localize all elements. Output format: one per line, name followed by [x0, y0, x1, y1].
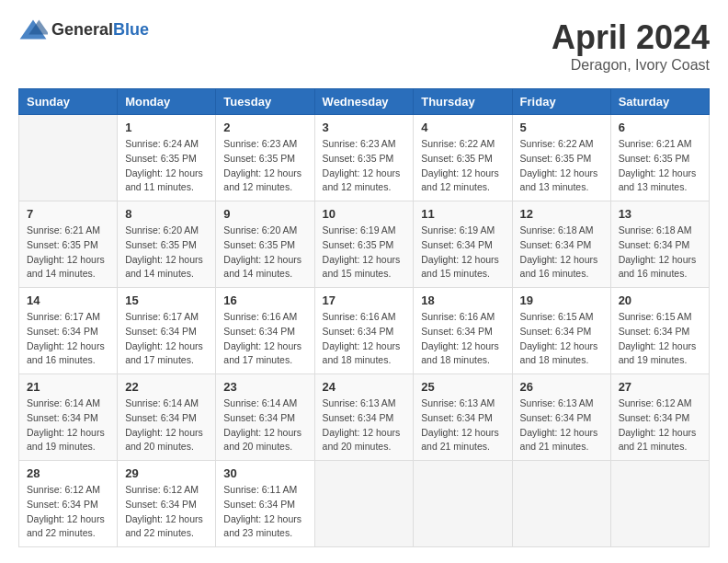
calendar-cell [314, 461, 414, 547]
day-number: 10 [323, 207, 406, 221]
daylight-info-1: Daylight: 12 hours [125, 512, 208, 527]
calendar-cell: 8Sunrise: 6:20 AMSunset: 6:35 PMDaylight… [118, 201, 216, 288]
day-info: Sunrise: 6:24 AMSunset: 6:35 PMDaylight:… [125, 137, 208, 195]
calendar-cell: 14Sunrise: 6:17 AMSunset: 6:34 PMDayligh… [19, 288, 118, 374]
sunrise-info: Sunrise: 6:17 AM [125, 310, 208, 325]
sunset-info: Sunset: 6:35 PM [421, 152, 504, 167]
daylight-info-1: Daylight: 12 hours [27, 339, 109, 354]
daylight-info-1: Daylight: 12 hours [223, 512, 306, 527]
sunrise-info: Sunrise: 6:23 AM [323, 137, 406, 152]
sunset-info: Sunset: 6:34 PM [125, 411, 208, 426]
calendar-cell: 11Sunrise: 6:19 AMSunset: 6:34 PMDayligh… [414, 201, 512, 288]
logo-blue-text: Blue [113, 20, 149, 39]
sunset-info: Sunset: 6:34 PM [27, 498, 109, 512]
day-info: Sunrise: 6:17 AMSunset: 6:34 PMDaylight:… [27, 310, 109, 368]
day-number: 11 [421, 207, 504, 221]
daylight-info-2: and 20 minutes. [323, 440, 406, 454]
sunrise-info: Sunrise: 6:14 AM [27, 396, 109, 411]
daylight-info-1: Daylight: 12 hours [223, 167, 306, 181]
day-number: 19 [520, 293, 603, 307]
day-info: Sunrise: 6:22 AMSunset: 6:35 PMDaylight:… [520, 137, 603, 195]
calendar-cell: 17Sunrise: 6:16 AMSunset: 6:34 PMDayligh… [314, 288, 414, 374]
day-number: 12 [520, 207, 603, 221]
calendar-cell: 28Sunrise: 6:12 AMSunset: 6:34 PMDayligh… [19, 461, 118, 547]
header-sunday: Sunday [19, 89, 118, 115]
calendar-cell [512, 461, 610, 547]
sunset-info: Sunset: 6:34 PM [27, 325, 109, 339]
sunrise-info: Sunrise: 6:12 AM [619, 396, 701, 411]
calendar-cell: 19Sunrise: 6:15 AMSunset: 6:34 PMDayligh… [512, 288, 610, 374]
daylight-info-2: and 20 minutes. [223, 440, 306, 454]
daylight-info-1: Daylight: 12 hours [223, 339, 306, 354]
daylight-info-2: and 16 minutes. [619, 267, 701, 282]
daylight-info-1: Daylight: 12 hours [223, 253, 306, 268]
daylight-info-1: Daylight: 12 hours [125, 339, 208, 354]
sunset-info: Sunset: 6:35 PM [125, 238, 208, 253]
daylight-info-1: Daylight: 12 hours [619, 339, 701, 354]
calendar-cell: 9Sunrise: 6:20 AMSunset: 6:35 PMDaylight… [216, 201, 314, 288]
sunset-info: Sunset: 6:34 PM [125, 325, 208, 339]
day-number: 6 [619, 121, 701, 134]
day-info: Sunrise: 6:16 AMSunset: 6:34 PMDaylight:… [323, 310, 406, 368]
title-block: April 2024 Deragon, Ivory Coast [552, 18, 710, 74]
daylight-info-1: Daylight: 12 hours [27, 512, 109, 527]
header-thursday: Thursday [414, 89, 512, 115]
daylight-info-2: and 18 minutes. [421, 353, 504, 368]
sunset-info: Sunset: 6:35 PM [619, 152, 701, 167]
day-number: 17 [323, 293, 406, 307]
header-saturday: Saturday [610, 89, 709, 115]
daylight-info-1: Daylight: 12 hours [520, 339, 603, 354]
daylight-info-2: and 20 minutes. [125, 440, 208, 454]
day-info: Sunrise: 6:23 AMSunset: 6:35 PMDaylight:… [223, 137, 306, 195]
daylight-info-2: and 15 minutes. [421, 267, 504, 282]
sunset-info: Sunset: 6:34 PM [323, 325, 406, 339]
sunset-info: Sunset: 6:34 PM [27, 411, 109, 426]
daylight-info-2: and 13 minutes. [520, 180, 603, 195]
calendar-cell: 12Sunrise: 6:18 AMSunset: 6:34 PMDayligh… [512, 201, 610, 288]
daylight-info-1: Daylight: 12 hours [125, 167, 208, 181]
daylight-info-1: Daylight: 12 hours [323, 253, 406, 268]
day-info: Sunrise: 6:13 AMSunset: 6:34 PMDaylight:… [323, 396, 406, 454]
day-info: Sunrise: 6:21 AMSunset: 6:35 PMDaylight:… [619, 137, 701, 195]
sunrise-info: Sunrise: 6:21 AM [619, 137, 701, 152]
daylight-info-2: and 12 minutes. [223, 180, 306, 195]
calendar-week-row: 21Sunrise: 6:14 AMSunset: 6:34 PMDayligh… [19, 374, 710, 461]
daylight-info-2: and 22 minutes. [27, 526, 109, 541]
day-number: 29 [125, 466, 208, 480]
daylight-info-2: and 17 minutes. [125, 353, 208, 368]
daylight-info-1: Daylight: 12 hours [125, 426, 208, 441]
calendar-cell: 24Sunrise: 6:13 AMSunset: 6:34 PMDayligh… [314, 374, 414, 461]
page-header: GeneralBlue April 2024 Deragon, Ivory Co… [18, 18, 710, 74]
sunset-info: Sunset: 6:34 PM [619, 411, 701, 426]
sunrise-info: Sunrise: 6:16 AM [223, 310, 306, 325]
sunrise-info: Sunrise: 6:13 AM [421, 396, 504, 411]
sunrise-info: Sunrise: 6:14 AM [125, 396, 208, 411]
day-number: 15 [125, 293, 208, 307]
sunrise-info: Sunrise: 6:15 AM [619, 310, 701, 325]
header-friday: Friday [512, 89, 610, 115]
sunrise-info: Sunrise: 6:23 AM [223, 137, 306, 152]
daylight-info-1: Daylight: 12 hours [619, 167, 701, 181]
daylight-info-1: Daylight: 12 hours [421, 167, 504, 181]
day-number: 16 [223, 293, 306, 307]
logo-icon [18, 18, 48, 40]
daylight-info-2: and 22 minutes. [125, 526, 208, 541]
header-wednesday: Wednesday [314, 89, 414, 115]
sunrise-info: Sunrise: 6:13 AM [520, 396, 603, 411]
daylight-info-2: and 13 minutes. [619, 180, 701, 195]
sunrise-info: Sunrise: 6:19 AM [421, 224, 504, 238]
calendar-cell: 27Sunrise: 6:12 AMSunset: 6:34 PMDayligh… [610, 374, 709, 461]
daylight-info-1: Daylight: 12 hours [619, 426, 701, 441]
sunrise-info: Sunrise: 6:19 AM [323, 224, 406, 238]
sunrise-info: Sunrise: 6:14 AM [223, 396, 306, 411]
daylight-info-1: Daylight: 12 hours [27, 253, 109, 268]
day-number: 7 [27, 207, 109, 221]
sunrise-info: Sunrise: 6:22 AM [421, 137, 504, 152]
calendar-cell: 20Sunrise: 6:15 AMSunset: 6:34 PMDayligh… [610, 288, 709, 374]
daylight-info-2: and 14 minutes. [27, 267, 109, 282]
day-number: 22 [125, 380, 208, 394]
sunset-info: Sunset: 6:34 PM [421, 411, 504, 426]
day-info: Sunrise: 6:23 AMSunset: 6:35 PMDaylight:… [323, 137, 406, 195]
sunrise-info: Sunrise: 6:21 AM [27, 224, 109, 238]
logo: GeneralBlue [18, 18, 149, 40]
